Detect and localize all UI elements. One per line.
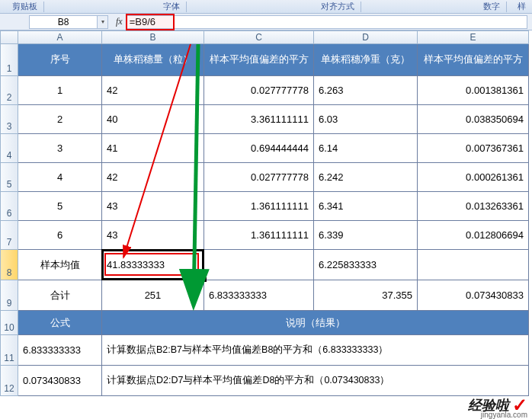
cell-C9[interactable]: 6.833333333 (204, 280, 314, 311)
cell-A10[interactable]: 公式 (18, 311, 102, 335)
cell-E9[interactable]: 0.073430833 (418, 280, 529, 311)
cell-B8[interactable]: 41.83333333 (102, 250, 204, 280)
formula-input[interactable]: =B9/6 (126, 15, 527, 29)
row-header-3[interactable]: 3 (0, 105, 18, 134)
cell-A3[interactable]: 2 (18, 105, 102, 134)
cell-E5[interactable]: 0.000261361 (418, 163, 529, 192)
cell-D9[interactable]: 37.355 (314, 280, 418, 311)
cell-C6[interactable]: 1.361111111 (204, 192, 314, 221)
ribbon-alignment[interactable]: 对齐方式 (315, 1, 361, 12)
cell-B2[interactable]: 42 (102, 76, 204, 105)
formula-bar: B8 ▾ fx =B9/6 (0, 14, 532, 30)
ribbon-styles[interactable]: 样 (511, 1, 532, 12)
cell-D6[interactable]: 6.341 (314, 192, 418, 221)
cell-A9[interactable]: 合计 (18, 280, 102, 311)
cell-D3[interactable]: 6.03 (314, 105, 418, 134)
cell-A5[interactable]: 4 (18, 163, 102, 192)
watermark-url: jingyanla.com (481, 411, 527, 419)
column-headers: A B C D E (0, 30, 532, 44)
row-header-5[interactable]: 5 (0, 163, 18, 192)
row-header-2[interactable]: 2 (0, 76, 18, 105)
cell-D1[interactable]: 单株稻穗净重（克） (314, 44, 418, 76)
ribbon-font[interactable]: 字体 (157, 1, 186, 12)
cell-A11[interactable]: 6.833333333 (18, 335, 102, 366)
ribbon-clipboard[interactable]: 剪贴板 (6, 1, 43, 12)
cell-B6[interactable]: 43 (102, 192, 204, 221)
sheet-area: A B C D E 1 2 3 4 5 6 7 8 9 10 11 12 序号 … (0, 30, 532, 396)
row-header-11[interactable]: 11 (0, 335, 18, 366)
cell-B10-E10[interactable]: 说明（结果） (102, 311, 529, 335)
cell-B1[interactable]: 单株稻穗量（粒） (102, 44, 204, 76)
cell-E1[interactable]: 样本平均值偏差的平方 (418, 44, 529, 76)
cell-A2[interactable]: 1 (18, 76, 102, 105)
cell-B11-E11[interactable]: 计算数据点B2:B7与样本平均值偏差B8的平方和（6.833333333） (102, 335, 529, 366)
cell-D2[interactable]: 6.263 (314, 76, 418, 105)
row-header-1[interactable]: 1 (0, 44, 18, 76)
name-box-dropdown[interactable]: ▾ (98, 15, 108, 29)
cell-E7[interactable]: 0.012806694 (418, 221, 529, 250)
cell-A1[interactable]: 序号 (18, 44, 102, 76)
cell-D7[interactable]: 6.339 (314, 221, 418, 250)
cell-A7[interactable]: 6 (18, 221, 102, 250)
row-header-4[interactable]: 4 (0, 134, 18, 163)
cell-E3[interactable]: 0.038350694 (418, 105, 529, 134)
row-header-9[interactable]: 9 (0, 280, 18, 311)
cell-A8[interactable]: 样本均值 (18, 250, 102, 280)
row-headers: 1 2 3 4 5 6 7 8 9 10 11 12 (0, 44, 18, 396)
cell-D4[interactable]: 6.14 (314, 134, 418, 163)
cell-C3[interactable]: 3.361111111 (204, 105, 314, 134)
row-header-7[interactable]: 7 (0, 221, 18, 250)
fx-icon[interactable]: fx (116, 16, 123, 27)
fill-handle[interactable] (202, 277, 207, 282)
cell-E4[interactable]: 0.007367361 (418, 134, 529, 163)
ribbon-number[interactable]: 数字 (477, 1, 506, 12)
cell-D5[interactable]: 6.242 (314, 163, 418, 192)
cell-E8[interactable] (418, 250, 529, 280)
col-header-E[interactable]: E (418, 30, 529, 44)
cell-C1[interactable]: 样本平均值偏差的平方 (204, 44, 314, 76)
cell-B5[interactable]: 42 (102, 163, 204, 192)
row-header-12[interactable]: 12 (0, 366, 18, 396)
ribbon: 剪贴板 字体 对齐方式 数字 样 (0, 0, 532, 14)
cell-B7[interactable]: 43 (102, 221, 204, 250)
cell-A4[interactable]: 3 (18, 134, 102, 163)
col-header-C[interactable]: C (204, 30, 314, 44)
cell-B12-E12[interactable]: 计算数据点D2:D7与样本平均值偏差D8的平方和（0.073430833） (102, 366, 529, 396)
cell-C7[interactable]: 1.361111111 (204, 221, 314, 250)
cell-E6[interactable]: 0.013263361 (418, 192, 529, 221)
col-header-D[interactable]: D (314, 30, 418, 44)
cell-C2[interactable]: 0.027777778 (204, 76, 314, 105)
name-box[interactable]: B8 (29, 15, 98, 29)
select-all-corner[interactable] (0, 30, 18, 44)
cell-C4[interactable]: 0.694444444 (204, 134, 314, 163)
cell-B3[interactable]: 40 (102, 105, 204, 134)
cell-D8[interactable]: 6.225833333 (314, 250, 418, 280)
cell-B4[interactable]: 41 (102, 134, 204, 163)
col-header-A[interactable]: A (18, 30, 102, 44)
cell-B9[interactable]: 251 (102, 280, 204, 311)
cell-A12[interactable]: 0.073430833 (18, 366, 102, 396)
data-grid: 序号 单株稻穗量（粒） 样本平均值偏差的平方 单株稻穗净重（克） 样本平均值偏差… (18, 44, 529, 396)
cell-C8[interactable] (204, 250, 314, 280)
col-header-B[interactable]: B (102, 30, 204, 44)
cell-C5[interactable]: 0.027777778 (204, 163, 314, 192)
row-header-6[interactable]: 6 (0, 192, 18, 221)
cell-A6[interactable]: 5 (18, 192, 102, 221)
row-header-8[interactable]: 8 (0, 250, 18, 280)
row-header-10[interactable]: 10 (0, 311, 18, 335)
cell-E2[interactable]: 0.001381361 (418, 76, 529, 105)
